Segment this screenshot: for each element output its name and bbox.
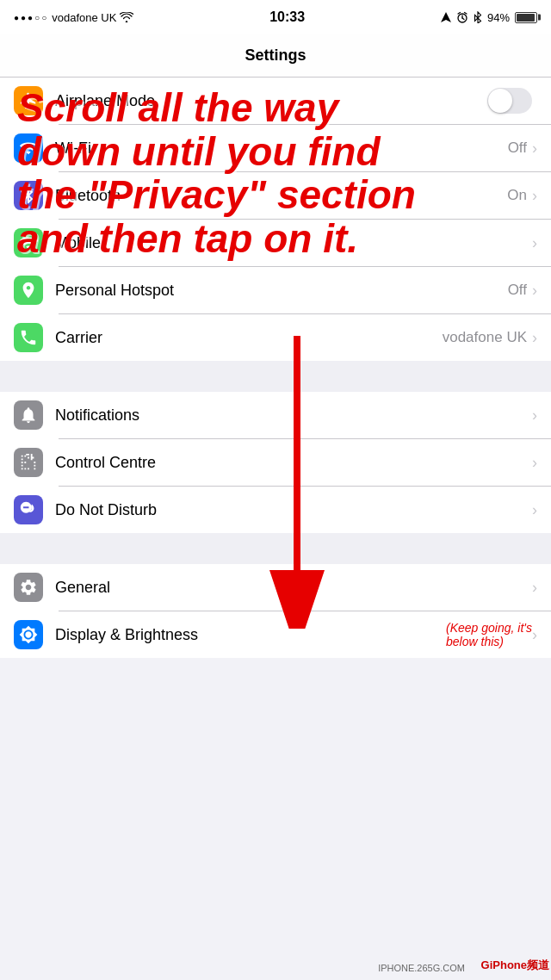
do-not-disturb-icon: [14, 495, 43, 524]
row-notifications[interactable]: Notifications ›: [0, 392, 551, 438]
row-control-centre[interactable]: Control Centre ›: [0, 439, 551, 486]
section-connectivity: Airplane Mode Wi-Fi Off › Bluetooth On ›…: [0, 78, 551, 361]
nav-bar: Settings: [0, 34, 551, 78]
battery-icon: [515, 12, 537, 23]
row-carrier[interactable]: Carrier vodafone UK ›: [0, 314, 551, 361]
bluetooth-icon: [474, 11, 482, 23]
section-system: Notifications › Control Centre › Do Not …: [0, 392, 551, 533]
mobile-icon: [14, 228, 43, 257]
watermark-url: IPHONE.265G.COM: [378, 963, 465, 973]
airplane-mode-label: Airplane Mode: [55, 92, 487, 110]
carrier-chevron: ›: [532, 329, 537, 347]
wifi-icon: [120, 12, 133, 22]
keep-going-hint: (Keep going, it'sbelow this): [446, 621, 532, 648]
svg-line-4: [464, 13, 467, 15]
page-title: Settings: [245, 47, 306, 65]
carrier-label-row: Carrier: [55, 329, 443, 347]
notifications-chevron: ›: [532, 406, 537, 425]
status-left: ●●●○○ vodafone UK: [14, 11, 133, 24]
row-display-brightness[interactable]: Display & Brightness (Keep going, it'sbe…: [0, 611, 551, 658]
do-not-disturb-chevron: ›: [532, 501, 537, 519]
section-gap-2: [0, 533, 551, 564]
general-chevron: ›: [532, 579, 537, 597]
row-mobile[interactable]: Mobile ›: [0, 220, 551, 266]
general-icon: [14, 573, 43, 602]
watermark-iphone: iPhone频道: [490, 958, 549, 971]
control-centre-label: Control Centre: [55, 454, 532, 472]
personal-hotspot-icon: [14, 276, 43, 305]
wifi-label: Wi-Fi: [55, 140, 508, 158]
location-icon: [441, 12, 451, 22]
carrier-value: vodafone UK: [443, 329, 527, 346]
airplane-mode-icon: [14, 86, 43, 115]
battery-fill: [517, 14, 535, 22]
mobile-chevron: ›: [532, 234, 537, 252]
status-right: 94%: [441, 11, 537, 24]
svg-line-2: [462, 18, 464, 20]
display-chevron: ›: [532, 626, 537, 644]
personal-hotspot-chevron: ›: [532, 282, 537, 300]
battery-percent: 94%: [487, 11, 510, 24]
notifications-icon: [14, 400, 43, 430]
status-time: 10:33: [269, 9, 305, 25]
general-label: General: [55, 579, 532, 597]
watermark-text: G: [481, 958, 490, 971]
carrier-label: vodafone UK: [52, 11, 116, 24]
control-centre-chevron: ›: [532, 454, 537, 472]
mobile-label: Mobile: [55, 234, 532, 252]
row-airplane-mode[interactable]: Airplane Mode: [0, 78, 551, 124]
signal-dots: ●●●○○: [14, 13, 48, 22]
status-bar: ●●●○○ vodafone UK 10:33 94%: [0, 0, 551, 34]
row-general[interactable]: General ›: [0, 564, 551, 611]
carrier-icon: [14, 323, 43, 352]
wifi-value: Off: [508, 140, 527, 157]
control-centre-icon: [14, 448, 43, 477]
wifi-chevron: ›: [532, 140, 537, 158]
airplane-mode-toggle[interactable]: [487, 88, 532, 114]
alarm-icon: [456, 11, 468, 23]
watermark-brand: GiPhone频道: [481, 958, 549, 973]
personal-hotspot-value: Off: [508, 282, 527, 299]
section-general: General › Display & Brightness (Keep goi…: [0, 564, 551, 658]
display-brightness-label: Display & Brightness: [55, 626, 446, 644]
bluetooth-chevron: ›: [532, 187, 537, 205]
row-bluetooth[interactable]: Bluetooth On ›: [0, 172, 551, 219]
notifications-label: Notifications: [55, 406, 532, 425]
bluetooth-label: Bluetooth: [55, 187, 507, 205]
personal-hotspot-label: Personal Hotspot: [55, 282, 508, 300]
toggle-knob: [488, 89, 512, 113]
row-wifi[interactable]: Wi-Fi Off ›: [0, 125, 551, 171]
row-do-not-disturb[interactable]: Do Not Disturb ›: [0, 487, 551, 533]
display-icon: [14, 620, 43, 649]
svg-line-3: [458, 13, 461, 15]
row-personal-hotspot[interactable]: Personal Hotspot Off ›: [0, 267, 551, 313]
bluetooth-value: On: [507, 187, 527, 204]
do-not-disturb-label: Do Not Disturb: [55, 501, 532, 519]
bluetooth-settings-icon: [14, 181, 43, 210]
section-gap-1: [0, 361, 551, 392]
wifi-settings-icon: [14, 133, 43, 163]
